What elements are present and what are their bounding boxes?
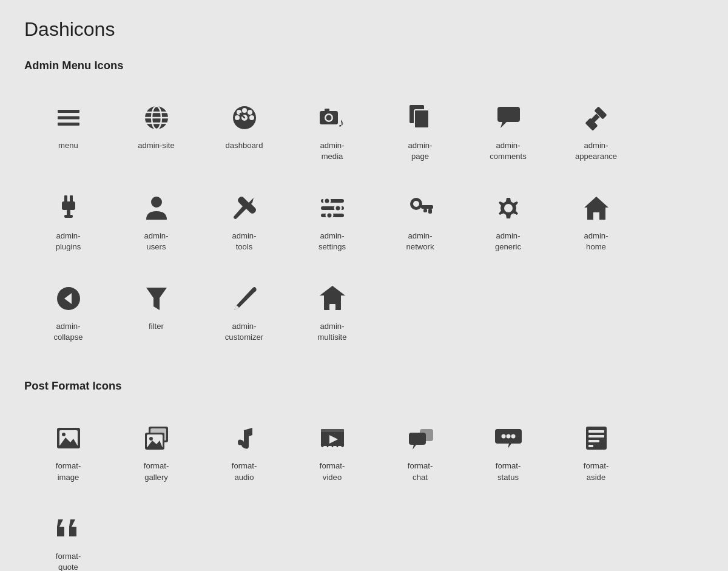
- admin-appearance-label: admin-appearance: [575, 140, 617, 163]
- admin-page-icon: [405, 103, 436, 133]
- svg-point-69: [501, 434, 505, 439]
- admin-page-label: admin-page: [408, 140, 432, 163]
- dashboard-icon-item: dashboard: [200, 90, 288, 175]
- admin-users-icon-item: admin-users: [112, 181, 200, 265]
- format-quote-icon: [53, 513, 84, 544]
- admin-multisite-icon-item: admin-multisite: [288, 271, 376, 356]
- admin-users-icon: [141, 193, 172, 223]
- svg-marker-44: [584, 197, 608, 220]
- format-audio-icon-item: format-audio: [200, 411, 288, 495]
- svg-rect-74: [588, 435, 604, 438]
- admin-comments-icon: [493, 103, 524, 133]
- admin-settings-icon: [317, 193, 348, 223]
- admin-page-icon-item: admin-page: [376, 90, 464, 175]
- admin-plugins-icon: [53, 193, 84, 223]
- svg-rect-40: [421, 205, 433, 209]
- admin-multisite-label: admin-multisite: [317, 321, 346, 343]
- admin-menu-grid: menu admin-site: [24, 90, 704, 355]
- admin-media-icon: ♪: [317, 103, 348, 133]
- admin-settings-icon-item: admin-settings: [288, 181, 376, 265]
- svg-rect-17: [325, 109, 329, 112]
- admin-network-icon-item: admin-network: [376, 181, 464, 265]
- admin-media-icon-item: ♪ admin-media: [288, 90, 376, 175]
- svg-rect-22: [414, 110, 429, 128]
- format-status-label: format-status: [496, 461, 521, 483]
- admin-customizer-icon-item: admin-customizer: [200, 271, 288, 356]
- svg-point-35: [324, 198, 330, 204]
- format-quote-label: format-quote: [56, 551, 81, 571]
- svg-point-39: [413, 201, 419, 207]
- svg-point-12: [248, 110, 252, 115]
- svg-point-71: [511, 434, 515, 439]
- menu-label: menu: [58, 140, 78, 151]
- admin-collapse-icon-item: admin-collapse: [24, 271, 112, 356]
- format-quote-icon-item: format-quote: [24, 501, 112, 571]
- admin-site-icon-item: admin-site: [112, 90, 200, 175]
- format-aside-icon-item: format-aside: [552, 411, 640, 495]
- format-video-label: format-video: [320, 461, 345, 483]
- svg-point-60: [149, 437, 153, 441]
- svg-rect-75: [588, 440, 599, 442]
- svg-rect-73: [588, 430, 604, 433]
- format-video-icon-item: format-video: [288, 411, 376, 495]
- admin-tools-label: admin-tools: [232, 231, 256, 253]
- svg-rect-30: [64, 215, 73, 218]
- svg-rect-65: [323, 446, 327, 447]
- format-gallery-icon-item: format-gallery: [112, 411, 200, 495]
- format-gallery-icon: [141, 423, 172, 453]
- admin-appearance-icon-item: admin-appearance: [552, 90, 640, 175]
- admin-comments-label: admin-comments: [490, 140, 526, 163]
- post-format-heading: Post Format Icons: [24, 379, 704, 393]
- admin-media-label: admin-media: [320, 140, 344, 163]
- svg-point-43: [504, 204, 513, 212]
- admin-multisite-icon: [317, 283, 348, 314]
- svg-text:♪: ♪: [338, 116, 344, 129]
- admin-home-icon-item: admin-home: [552, 181, 640, 265]
- admin-settings-label: admin-settings: [318, 231, 346, 253]
- svg-point-19: [326, 115, 331, 121]
- format-video-icon: [317, 423, 348, 453]
- svg-rect-68: [338, 446, 342, 447]
- svg-point-70: [506, 434, 510, 439]
- svg-rect-51: [329, 304, 335, 310]
- filter-label: filter: [149, 321, 164, 332]
- svg-rect-0: [58, 110, 79, 113]
- admin-network-icon: [405, 193, 436, 223]
- format-aside-icon: [581, 423, 612, 453]
- post-format-section: Post Format Icons format-image: [24, 379, 704, 571]
- svg-point-37: [326, 212, 332, 218]
- admin-home-icon: [581, 193, 612, 223]
- admin-site-label: admin-site: [138, 140, 174, 151]
- svg-rect-76: [588, 445, 593, 447]
- admin-plugins-icon-item: admin-plugins: [24, 181, 112, 265]
- format-image-icon-item: format-image: [24, 411, 112, 495]
- format-chat-icon: [405, 423, 436, 453]
- svg-rect-2: [58, 123, 79, 126]
- admin-collapse-label: admin-collapse: [53, 321, 83, 343]
- svg-rect-63: [321, 429, 344, 432]
- svg-rect-67: [333, 446, 337, 447]
- admin-generic-label: admin-generic: [495, 231, 521, 253]
- svg-point-54: [62, 433, 66, 436]
- format-aside-label: format-aside: [584, 461, 609, 483]
- admin-customizer-icon: [229, 283, 260, 314]
- admin-plugins-label: admin-plugins: [56, 231, 81, 253]
- format-image-label: format-image: [56, 461, 81, 483]
- svg-rect-1: [58, 117, 79, 120]
- format-chat-label: format-chat: [408, 461, 433, 483]
- post-format-grid: format-image format-gallery: [24, 411, 704, 571]
- format-audio-label: format-audio: [232, 461, 257, 483]
- admin-site-icon: [141, 103, 172, 133]
- admin-generic-icon: [493, 193, 524, 223]
- admin-customizer-label: admin-customizer: [225, 321, 263, 343]
- svg-rect-41: [428, 209, 432, 214]
- admin-collapse-icon: [53, 283, 84, 314]
- page-title: Dashicons: [24, 18, 704, 41]
- svg-marker-47: [146, 288, 167, 310]
- admin-menu-heading: Admin Menu Icons: [24, 59, 704, 72]
- admin-appearance-icon: [581, 103, 612, 133]
- svg-point-13: [249, 115, 254, 120]
- dashboard-label: dashboard: [226, 140, 263, 151]
- admin-menu-section: Admin Menu Icons menu: [24, 59, 704, 355]
- svg-point-14: [235, 115, 240, 120]
